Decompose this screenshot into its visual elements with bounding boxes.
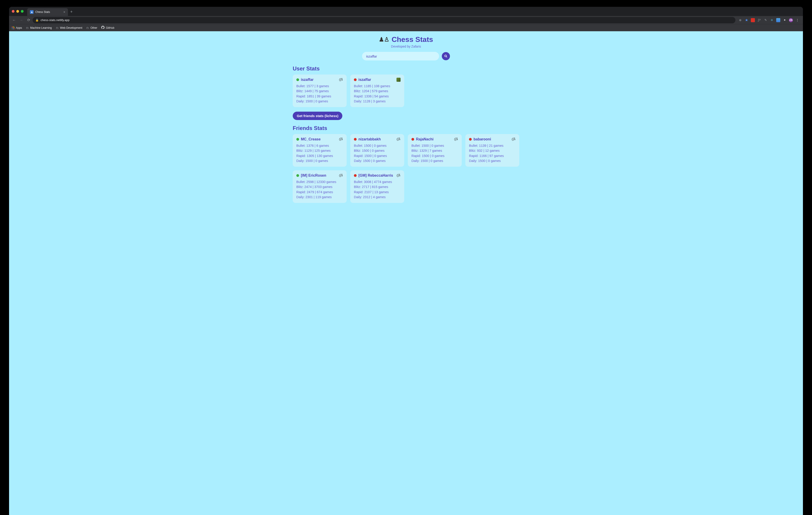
extension-icon-2[interactable]: ∫? — [757, 18, 761, 22]
extension-icon-3[interactable]: ✎ — [763, 18, 767, 22]
card-header: [IM] EricRosen — [296, 174, 343, 178]
friends-stats-heading: Friends Stats — [293, 125, 519, 131]
status-dot-offline — [354, 138, 357, 141]
zoom-icon[interactable]: ⊕ — [738, 18, 742, 22]
search-button[interactable] — [442, 52, 450, 60]
extension-icon-1[interactable] — [751, 18, 755, 22]
extension-icon-4[interactable] — [776, 18, 780, 22]
stats-card: babarooni Bullet: 1139 | 21 games Blitz:… — [465, 134, 519, 167]
status-dot-online — [296, 78, 299, 81]
card-username: [GM] RebeccaHarris — [358, 174, 395, 178]
stat-bullet: Bullet: 1185 | 108 games — [354, 84, 401, 89]
lichess-icon — [397, 174, 401, 178]
card-username: iszaffar — [358, 78, 395, 82]
bookmarks-bar: Apps 🗀 Machine Learning 🗀 Web Developmen… — [9, 24, 803, 31]
user-cards-grid: iszaffar Bullet: 1577 | 3 games Blitz: 1… — [293, 74, 519, 107]
github-icon — [101, 26, 105, 30]
page-content: ♟♙ Chess Stats Developed by Zafaris User… — [293, 31, 519, 212]
browser-menu-button[interactable]: ⋮ — [795, 18, 799, 22]
status-dot-offline — [354, 174, 357, 177]
browser-tab[interactable]: ♟ Chess Stats × — [27, 8, 68, 16]
extensions-button[interactable]: ✦ — [783, 18, 787, 22]
stat-bullet: Bullet: 1577 | 3 games — [296, 84, 343, 89]
stat-rapid: Rapid: 1500 | 0 games — [411, 153, 458, 158]
back-button[interactable]: ← — [11, 17, 17, 23]
close-window-button[interactable] — [12, 10, 14, 13]
folder-icon: 🗀 — [86, 26, 89, 29]
stats-card: iszaffar Bullet: 1185 | 108 games Blitz:… — [350, 74, 404, 107]
minimize-window-button[interactable] — [16, 10, 19, 13]
stat-blitz: Blitz: 1129 | 125 games — [296, 148, 343, 153]
url-bar: ← → ⟳ 🔒 chess-stats.netlify.app ⊕ ★ ∫? ✎… — [9, 16, 803, 24]
url-field[interactable]: 🔒 chess-stats.netlify.app — [33, 17, 735, 23]
status-dot-online — [296, 174, 299, 177]
bookmark-folder-web[interactable]: 🗀 Web Development — [56, 26, 83, 29]
page-viewport[interactable]: ♟♙ Chess Stats Developed by Zafaris User… — [9, 31, 803, 515]
search-icon — [444, 54, 448, 58]
maximize-window-button[interactable] — [21, 10, 24, 13]
card-header: RajaNachi — [411, 137, 458, 141]
lichess-icon — [339, 137, 343, 141]
stat-daily: Daily: 1128 | 3 games — [354, 99, 401, 104]
card-username: [IM] EricRosen — [301, 174, 337, 178]
card-header: iszaffar — [354, 78, 401, 82]
search-input[interactable] — [362, 52, 439, 60]
stat-blitz: Blitz: 932 | 12 games — [469, 148, 516, 153]
forward-button[interactable]: → — [18, 17, 25, 23]
stat-rapid: Rapid: 2479 | 674 games — [296, 189, 343, 194]
card-username: nizartabbakh — [358, 137, 395, 141]
stat-rapid: Rapid: 1336 | 54 games — [354, 94, 401, 99]
svg-point-0 — [445, 55, 446, 57]
stat-rapid: Rapid: 1305 | 130 games — [296, 153, 343, 158]
stat-bullet: Bullet: 1139 | 21 games — [469, 143, 516, 148]
svg-line-1 — [446, 57, 447, 58]
profile-avatar[interactable]: ZA — [789, 18, 793, 22]
bookmark-label: Web Development — [60, 26, 83, 29]
bookmark-folder-ml[interactable]: 🗀 Machine Learning — [26, 26, 52, 29]
stat-rapid: Rapid: 1166 | 97 games — [469, 153, 516, 158]
stat-rapid: Rapid: 1500 | 0 games — [354, 153, 401, 158]
toolbar-right: ⊕ ★ ∫? ✎ ⚛ ✦ ZA ⋮ — [736, 18, 801, 22]
search-row — [293, 52, 519, 60]
stat-blitz: Blitz: 1329 | 7 games — [411, 148, 458, 153]
card-username: MC_Crease — [301, 137, 337, 141]
close-tab-button[interactable]: × — [63, 10, 65, 14]
stat-blitz: Blitz: 2717 | 815 games — [354, 184, 401, 189]
stat-daily: Daily: 2301 | 119 games — [296, 194, 343, 200]
stats-card: iszaffar Bullet: 1577 | 3 games Blitz: 1… — [293, 74, 347, 107]
page-title: ♟♙ Chess Stats — [293, 35, 519, 44]
stat-bullet: Bullet: 2598 | 12330 games — [296, 179, 343, 184]
stat-blitz: Blitz: 2474 | 3703 games — [296, 184, 343, 189]
new-tab-button[interactable]: + — [70, 9, 73, 14]
tab-title: Chess Stats — [35, 10, 50, 13]
stat-bullet: Bullet: 3008 | 4774 games — [354, 179, 401, 184]
status-dot-offline — [354, 78, 357, 81]
card-username: RajaNachi — [416, 137, 452, 141]
folder-icon: 🗀 — [26, 26, 29, 29]
bookmark-star-icon[interactable]: ★ — [745, 18, 749, 22]
card-header: nizartabbakh — [354, 137, 401, 141]
bookmark-apps[interactable]: Apps — [12, 26, 22, 29]
reload-button[interactable]: ⟳ — [25, 17, 32, 23]
user-stats-heading: User Stats — [293, 65, 519, 72]
bookmark-folder-other[interactable]: 🗀 Other — [86, 26, 97, 29]
bookmark-label: Other — [90, 26, 97, 29]
bookmark-github[interactable]: GitHub — [101, 26, 114, 30]
status-dot-offline — [469, 138, 472, 141]
bookmark-label: GitHub — [106, 26, 114, 29]
react-devtools-icon[interactable]: ⚛ — [770, 18, 774, 22]
stat-daily: Daily: 1500 | 0 games — [296, 158, 343, 163]
tab-bar: ♟ Chess Stats × + — [9, 7, 803, 16]
folder-icon: 🗀 — [56, 26, 59, 29]
apps-icon — [12, 27, 14, 29]
lichess-icon — [512, 137, 516, 141]
status-dot-online — [296, 138, 299, 141]
friend-cards-grid: MC_Crease Bullet: 1376 | 6 games Blitz: … — [293, 134, 519, 203]
get-friends-button[interactable]: Get friends stats (lichess) — [293, 112, 342, 120]
card-header: MC_Crease — [296, 137, 343, 141]
stats-card: [GM] RebeccaHarris Bullet: 3008 | 4774 g… — [350, 170, 404, 203]
lichess-icon — [397, 137, 401, 141]
stat-daily: Daily: 1500 | 0 games — [296, 99, 343, 104]
stat-bullet: Bullet: 1500 | 0 games — [354, 143, 401, 148]
lichess-icon — [339, 174, 343, 178]
